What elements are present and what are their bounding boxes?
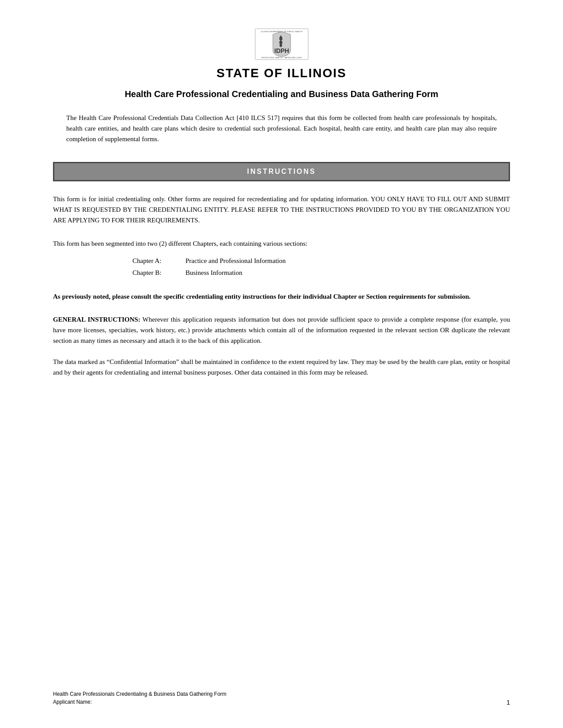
instructions-banner: INSTRUCTIONS [53, 162, 510, 181]
footer-left: Health Care Professionals Credentialing … [53, 690, 227, 706]
chapter-b-row: Chapter B: Business Information [132, 267, 510, 279]
chapters-section: This form has been segmented into two (2… [53, 238, 510, 279]
page-header: ILLINOIS DEPARTMENT OF PUBLIC HEALTH PRO… [53, 26, 510, 99]
svg-text:PROTECTING HEALTH · IMPROVING : PROTECTING HEALTH · IMPROVING LIVES [261, 56, 302, 59]
confidential-note-text: The data marked as “Confidential Informa… [53, 356, 510, 378]
chapter-table: Chapter A: Practice and Professional Inf… [132, 255, 510, 279]
footer-line2: Applicant Name: [53, 698, 227, 706]
logo-container: ILLINOIS DEPARTMENT OF PUBLIC HEALTH PRO… [53, 26, 510, 62]
instructions-body: This form is for initial credentialing o… [53, 194, 510, 225]
instructions-body-text: This form is for initial credentialing o… [53, 194, 510, 225]
general-instructions-section: GENERAL INSTRUCTIONS: Wherever this appl… [53, 314, 510, 346]
chapter-b-label: Chapter B: [132, 267, 177, 279]
chapters-intro-text: This form has been segmented into two (2… [53, 238, 510, 250]
page-footer: Health Care Professionals Credentialing … [53, 690, 510, 706]
form-title: Health Care Professional Credentialing a… [53, 89, 510, 99]
page-number: 1 [506, 699, 510, 706]
general-instructions-label: GENERAL INSTRUCTIONS: [53, 316, 140, 323]
confidential-note-section: The data marked as “Confidential Informa… [53, 356, 510, 378]
intro-paragraph: The Health Care Professional Credentials… [53, 113, 510, 144]
chapter-a-row: Chapter A: Practice and Professional Inf… [132, 255, 510, 267]
consult-note-text: As previously noted, please consult the … [53, 291, 510, 302]
footer-line1: Health Care Professionals Credentialing … [53, 690, 227, 698]
page: ILLINOIS DEPARTMENT OF PUBLIC HEALTH PRO… [0, 0, 563, 728]
chapter-b-description: Business Information [185, 267, 242, 279]
consult-note: As previously noted, please consult the … [53, 291, 510, 302]
chapter-a-label: Chapter A: [132, 255, 177, 267]
intro-text: The Health Care Professional Credentials… [66, 113, 497, 144]
state-title: STATE OF ILLINOIS [53, 66, 510, 80]
idph-logo: ILLINOIS DEPARTMENT OF PUBLIC HEALTH PRO… [253, 26, 310, 62]
general-instructions-text: GENERAL INSTRUCTIONS: Wherever this appl… [53, 314, 510, 346]
instructions-banner-label: INSTRUCTIONS [247, 168, 316, 175]
svg-text:IDPH: IDPH [274, 47, 289, 54]
chapter-a-description: Practice and Professional Information [185, 255, 286, 267]
